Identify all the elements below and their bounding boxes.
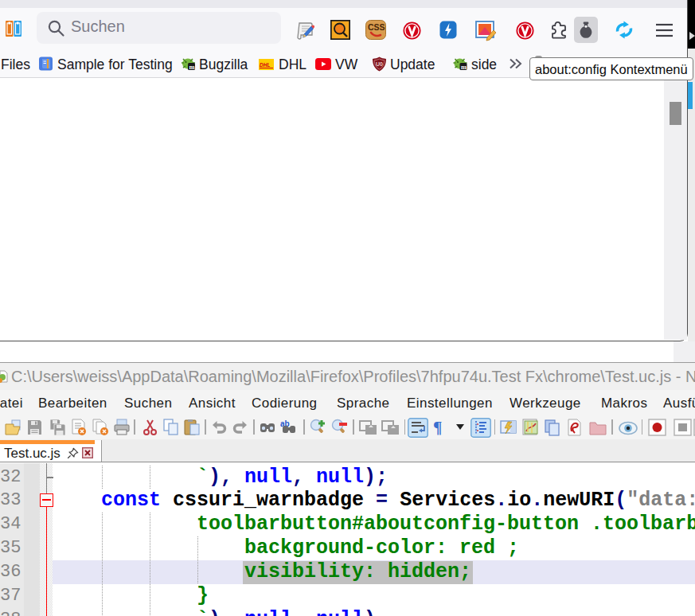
svg-text:m: m — [461, 63, 467, 71]
svg-text:CSS: CSS — [368, 22, 385, 32]
svg-text:¶: ¶ — [433, 419, 442, 436]
svg-text:m: m — [189, 63, 195, 71]
svg-text:U0: U0 — [376, 61, 383, 67]
svg-text:DHL: DHL — [260, 62, 270, 68]
